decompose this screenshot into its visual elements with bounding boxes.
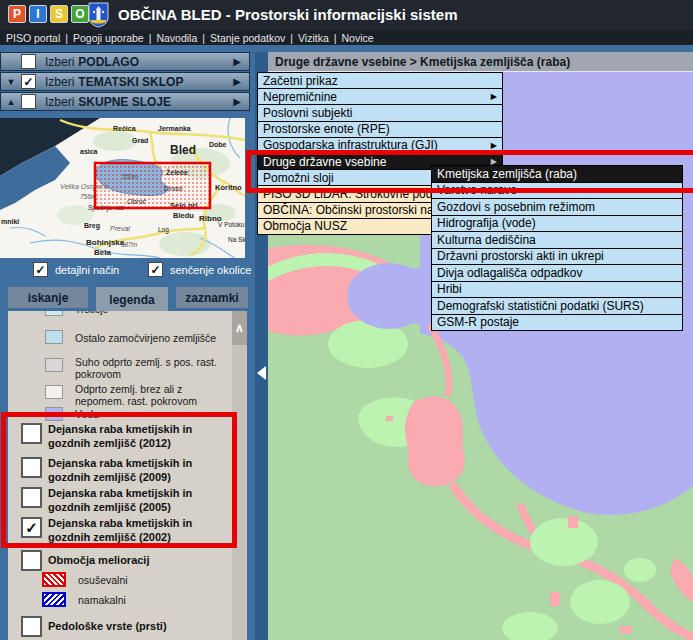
- place-label: Rečica: [113, 125, 136, 132]
- logo-letter-o: O: [71, 5, 89, 23]
- menu-item-gospodarska-infrastruktura[interactable]: Gospodarska infrastruktura (GJI) ▶: [257, 137, 503, 154]
- nav-piso-portal[interactable]: PISO portal: [6, 32, 60, 44]
- place-label: Dobe: [209, 141, 227, 148]
- place-label: Bled: [170, 143, 196, 157]
- expand-right-icon[interactable]: ▶: [233, 96, 241, 107]
- menu-item-label: Nepremičnine: [263, 90, 337, 104]
- tab-legenda[interactable]: legenda: [96, 287, 168, 312]
- sencenje-okolice-option[interactable]: ✓ senčenje okolice: [148, 262, 251, 277]
- collapse-state-icon[interactable]: ▲: [1, 97, 21, 107]
- accordion-label: Izberi: [45, 75, 74, 89]
- submenu-item-hidrografija[interactable]: Hidrografija (vode): [431, 215, 683, 233]
- accordion-tematski-sklop[interactable]: ▼ ✓ Izberi TEMATSKI SKLOP ▶: [0, 72, 250, 91]
- pedoloske-checkbox[interactable]: [21, 616, 42, 637]
- nav-separator: |: [202, 32, 205, 44]
- menu-item-label: Prostorske enote (RPE): [263, 122, 390, 136]
- tab-zaznamki[interactable]: zaznamki: [176, 287, 248, 308]
- nav-separator: |: [334, 32, 337, 44]
- expand-right-icon[interactable]: ▶: [233, 56, 241, 67]
- raba-2002-checkbox[interactable]: ✓: [21, 517, 42, 538]
- layer-label: Dejanska raba kmetijskih in gozdnih zeml…: [48, 486, 230, 514]
- menu-item-label: Gozdovi s posebnim režimom: [437, 200, 595, 214]
- logo-letter-s: S: [50, 5, 68, 23]
- skupne-sloje-checkbox[interactable]: [21, 94, 36, 109]
- scroll-up-button[interactable]: ∧: [232, 311, 247, 345]
- submenu-item-kmetijska-zemljisca[interactable]: Kmetijska zemljišča (raba): [431, 165, 683, 183]
- layer-label: Dejanska raba kmetijskih in gozdnih zeml…: [48, 456, 230, 484]
- menu-item-label: Hribi: [437, 282, 462, 296]
- breadcrumb: Druge državne vsebine > Kmetijska zemlji…: [268, 55, 570, 69]
- place-label: asica: [80, 148, 98, 155]
- nav-separator: |: [290, 32, 293, 44]
- accordion-label: Izberi: [45, 55, 74, 69]
- option-label: detajlni način: [55, 264, 119, 276]
- submenu-item-drzavni-prostorski-akti[interactable]: Državni prostorski akti in ukrepi: [431, 248, 683, 266]
- legend-label: Suho odprto zemlj. s pos. rast. pokrovom: [75, 356, 233, 380]
- menu-item-label: Pomožni sloji: [263, 171, 334, 185]
- menu-item-label: Divja odlagališča odpadkov: [437, 266, 582, 280]
- nav-stanje-podatkov[interactable]: Stanje podatkov: [210, 32, 285, 44]
- blue-hatch-swatch: [42, 592, 66, 607]
- place-label: Grad: [132, 137, 148, 144]
- melioracij-checkbox[interactable]: [21, 550, 42, 571]
- layer-label: Pedološke vrste (prsti): [48, 619, 230, 633]
- map-extent-rectangle[interactable]: [95, 163, 210, 208]
- legend-label: osuševalni: [78, 574, 236, 586]
- app-header: P I S O OBČINA BLED - Prostorski informa…: [0, 0, 693, 30]
- raba-2009-checkbox[interactable]: [21, 457, 42, 478]
- place-label: Preval: [110, 225, 130, 232]
- detajlni-nacin-checkbox[interactable]: ✓: [33, 262, 48, 277]
- collapse-left-icon[interactable]: [257, 366, 266, 380]
- menu-item-poslovni-subjekti[interactable]: Poslovni subjekti: [257, 104, 503, 121]
- place-label: Log: [158, 226, 169, 234]
- logo-letter-i: I: [29, 5, 47, 23]
- accordion-podlago[interactable]: Izberi PODLAGO ▶: [0, 52, 250, 71]
- place-label: Bela: [94, 248, 111, 257]
- menu-item-nepremicnine[interactable]: Nepremičnine ▶: [257, 88, 503, 105]
- legend-label: Voda: [75, 408, 233, 420]
- raba-2005-checkbox[interactable]: [21, 487, 42, 508]
- accordion-skupne-sloje[interactable]: ▲ Izberi SKUPNE SLOJE ▶: [0, 92, 250, 111]
- legend-scrollbar[interactable]: ∧: [232, 311, 247, 640]
- submenu-item-gozdovi[interactable]: Gozdovi s posebnim režimom: [431, 198, 683, 216]
- submenu-arrow-icon: ▶: [491, 141, 497, 150]
- menu-item-zacetni-prikaz[interactable]: Začetni prikaz: [257, 72, 503, 89]
- raba-2012-checkbox[interactable]: [21, 423, 42, 444]
- overview-map[interactable]: Rečica Jermanka Grad Bled Dobe asica Vel…: [0, 118, 245, 262]
- submenu-item-kulturna-dediscina[interactable]: Kulturna dediščina: [431, 231, 683, 249]
- accordion-label-bold: TEMATSKI SKLOP: [78, 75, 183, 89]
- place-label: 687m: [121, 241, 138, 248]
- menu-item-prostorske-enote[interactable]: Prostorske enote (RPE): [257, 121, 503, 138]
- legend-swatch: [45, 407, 63, 421]
- submenu-item-demografski-podatki[interactable]: Demografski statistični podatki (SURS): [431, 297, 683, 315]
- submenu-item-varstvo-narave[interactable]: Varstvo narave: [431, 182, 683, 200]
- legend-label: Odprto zemlj. brez ali z nepomem. rast. …: [75, 383, 233, 407]
- tematski-sklop-checkbox[interactable]: ✓: [21, 74, 36, 89]
- submenu-item-gsm-r-postaje[interactable]: GSM-R postaje: [431, 314, 683, 332]
- submenu-item-hribi[interactable]: Hribi: [431, 281, 683, 299]
- legend-swatch: [45, 385, 63, 399]
- nav-pogoji-uporabe[interactable]: Pogoji uporabe: [73, 32, 144, 44]
- submenu-item-divja-odlagalisca[interactable]: Divja odlagališča odpadkov: [431, 264, 683, 282]
- top-nav: PISO portal | Pogoji uporabe | Navodila …: [0, 30, 693, 45]
- nav-navodila[interactable]: Navodila: [156, 32, 197, 44]
- tab-iskanje[interactable]: iskanje: [8, 287, 88, 308]
- nav-novice[interactable]: Novice: [342, 32, 374, 44]
- menu-item-label: Začetni prikaz: [263, 74, 338, 88]
- place-label: Na Ska: [228, 236, 245, 243]
- druge-drzavne-submenu: Kmetijska zemljišča (raba) Varstvo narav…: [431, 166, 683, 331]
- submenu-arrow-icon: ▶: [491, 92, 497, 101]
- accordion-label-bold: PODLAGO: [78, 55, 139, 69]
- nav-vizitka[interactable]: Vizitka: [298, 32, 329, 44]
- legend-label: Trstičje: [75, 311, 233, 315]
- sencenje-okolice-checkbox[interactable]: ✓: [148, 262, 163, 277]
- expand-right-icon[interactable]: ▶: [233, 76, 241, 87]
- collapse-state-icon[interactable]: ▼: [1, 77, 21, 87]
- place-label: Bohinjska: [86, 238, 125, 247]
- place-label: mniki: [1, 218, 19, 225]
- coat-of-arms: [88, 2, 109, 32]
- legend-panel: Trstičje Ostalo zamočvirjeno zemljišče S…: [8, 311, 247, 640]
- podlago-checkbox[interactable]: [21, 54, 36, 69]
- detajlni-nacin-option[interactable]: ✓ detajlni način: [33, 262, 119, 277]
- menu-item-label: Kulturna dediščina: [437, 233, 536, 247]
